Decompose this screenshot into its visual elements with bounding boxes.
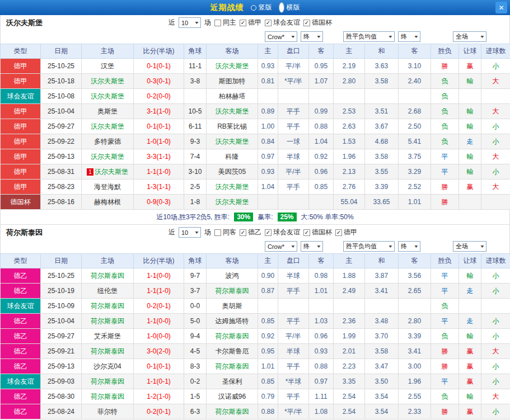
home-team-name: 沃尔夫斯堡: [91, 153, 124, 161]
near-label: 近: [169, 228, 175, 237]
handicap-cell: *平/半: [278, 74, 309, 89]
avg-away-cell: 2.80: [399, 314, 431, 329]
home-team-cell: 汉堡: [82, 59, 134, 74]
column-header: 客: [399, 254, 431, 268]
odds-home-cell: [258, 89, 278, 104]
avg-type-select[interactable]: 胜平负均值▼: [343, 31, 395, 42]
odds-away-cell: [309, 89, 334, 104]
odds-final-select[interactable]: 终▼: [301, 31, 323, 42]
home-team-cell: 荷尔斯泰因: [82, 268, 134, 284]
chevron-down-icon: ▼: [480, 244, 485, 248]
handicap-cell: [278, 89, 309, 104]
match-row: 德国杯25-08-16赫梅林根0-9(0-3)1-8沃尔夫斯堡55.0433.6…: [1, 195, 510, 210]
match-row: 德甲25-08-311沃尔夫斯堡1-1(1-0)3-10美因茨050.93平/半…: [1, 164, 510, 180]
avg-draw-cell: 3.47: [365, 359, 399, 374]
layout-option-horizontal[interactable]: 横版: [279, 2, 300, 13]
away-team-cell: 圣保利: [207, 374, 258, 389]
away-team-cell: 斯图加特: [207, 74, 258, 89]
bookmaker-select[interactable]: Crow*▼: [265, 241, 297, 252]
avg-draw-cell: 4.68: [365, 134, 399, 149]
column-header: 主: [258, 254, 278, 268]
handicap-result-cell: 輸: [459, 268, 481, 284]
goals-cell: 大: [481, 344, 510, 359]
date-cell: 25-09-27: [41, 119, 82, 134]
match-row: 德乙25-08-30荷尔斯泰因1-2(1-0)1-5汉诺威960.79平手1.1…: [1, 389, 510, 404]
filter-checkbox[interactable]: 同主: [214, 18, 236, 27]
handicap-cell: [278, 299, 309, 314]
avg-draw-cell: 3.70: [365, 329, 399, 344]
match-count-select[interactable]: 10▼: [179, 227, 201, 238]
match-count-select[interactable]: 10▼: [179, 17, 201, 28]
odds-final-select[interactable]: 终▼: [301, 241, 323, 252]
column-header: 类型: [1, 254, 41, 268]
filter-checkbox[interactable]: ✓德乙: [240, 228, 261, 237]
odds-away-cell: [309, 195, 334, 210]
filter-checkbox[interactable]: ✓球会友谊: [265, 228, 300, 237]
league-cell: 德乙: [1, 268, 41, 284]
filter-checkbox[interactable]: ✓德甲: [240, 18, 261, 27]
avg-away-cell: 3.41: [399, 344, 431, 359]
filter-checkbox[interactable]: ✓球会友谊: [265, 18, 300, 27]
home-team-cell: 纽伦堡: [82, 284, 134, 299]
avg-final-select[interactable]: 终▼: [398, 31, 420, 42]
home-team-name: 菲尔特: [97, 408, 118, 416]
league-cell: 德甲: [1, 74, 41, 89]
result-cell: 平: [431, 149, 459, 164]
scope-select[interactable]: 全场▼: [453, 241, 486, 252]
away-team-cell: 沃尔夫斯堡: [207, 104, 258, 119]
layout-option-label: 竖版: [259, 3, 272, 12]
filter-checkbox[interactable]: ✓德甲: [335, 228, 357, 237]
score-cell: 0-2(0-1): [134, 404, 184, 419]
chevron-down-icon: ▼: [291, 244, 296, 248]
filter-checkbox[interactable]: 同客: [214, 228, 236, 237]
date-cell: 25-08-16: [41, 195, 82, 210]
away-team-cell: 波鸿: [207, 268, 258, 284]
scope-select[interactable]: 全场▼: [453, 31, 486, 42]
avg-away-cell: [399, 299, 431, 314]
date-cell: 25-08-31: [41, 164, 82, 180]
away-team-name: 美因茨05: [218, 168, 246, 176]
handicap-result-cell: 輸: [459, 119, 481, 134]
score-cell: 0-3(0-1): [134, 74, 184, 89]
avg-type-select[interactable]: 胜平负均值▼: [343, 241, 395, 252]
games-label: 场: [204, 228, 211, 237]
bookmaker-select[interactable]: Crow*▼: [265, 31, 297, 42]
close-button[interactable]: ✕: [495, 2, 507, 13]
avg-home-cell: 1.53: [334, 134, 365, 149]
away-team-name: 柏林赫塔: [219, 92, 246, 100]
handicap-cell: 平手: [278, 359, 309, 374]
corners-cell: 1-8: [184, 195, 207, 210]
select-value: 终: [303, 242, 310, 251]
filter-checkbox[interactable]: ✓德国杯: [303, 228, 332, 237]
odds-home-cell: 0.90: [258, 268, 278, 284]
chevron-down-icon: ▼: [194, 21, 200, 25]
away-team-cell: 沃尔夫斯堡: [207, 134, 258, 149]
handicap-result-cell: 輸: [459, 74, 481, 89]
avg-home-cell: 2.23: [334, 359, 365, 374]
layout-option-vertical[interactable]: 竖版: [251, 3, 272, 12]
handicap-cell: 半球: [278, 149, 309, 164]
home-team-name: 汉堡: [101, 62, 114, 70]
avg-away-cell: 2.52: [399, 180, 431, 195]
avg-home-cell: 2.36: [334, 314, 365, 329]
avg-away-cell: 2.65: [399, 284, 431, 299]
filter-checkbox[interactable]: ✓德国杯: [303, 18, 332, 27]
home-team-name: 沃尔夫斯堡: [91, 92, 124, 100]
goals-cell: 小: [481, 164, 510, 180]
handicap-result-cell: 赢: [459, 404, 481, 419]
odds-away-cell: 0.92: [309, 149, 334, 164]
home-team-cell: 荷尔斯泰因: [82, 344, 134, 359]
titlebar: 近期战绩 竖版 横版 ✕: [0, 0, 510, 15]
home-team-cell: 奥斯堡: [82, 104, 134, 119]
avg-final-select[interactable]: 终▼: [398, 241, 420, 252]
away-team-cell: 柏林赫塔: [207, 89, 258, 104]
home-team-cell: 赫梅林根: [82, 195, 134, 210]
avg-home-cell: 2.76: [334, 180, 365, 195]
odds-home-cell: 0.93: [258, 59, 278, 74]
odds-away-cell: 0.85: [309, 180, 334, 195]
select-value: 胜平负均值: [346, 242, 377, 251]
column-header: 类型: [1, 44, 41, 59]
date-cell: 25-09-27: [41, 329, 82, 344]
column-header: 日期: [41, 44, 82, 59]
away-team-cell: 汉诺威96: [207, 389, 258, 404]
